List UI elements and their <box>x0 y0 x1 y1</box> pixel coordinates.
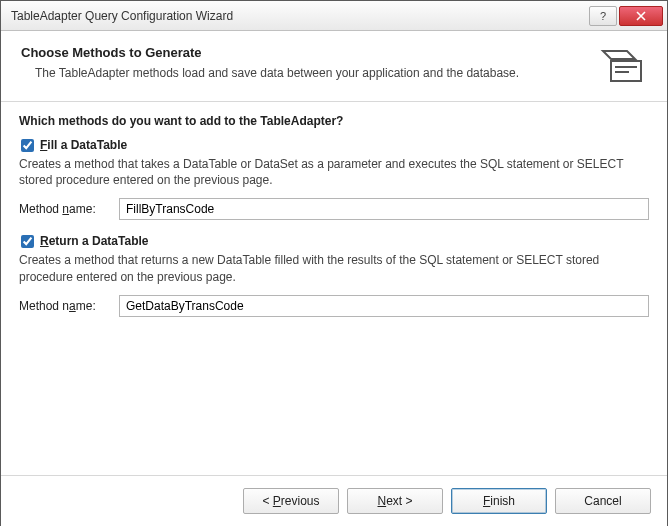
wizard-header: Choose Methods to Generate The TableAdap… <box>1 31 667 102</box>
next-button[interactable]: Next > <box>347 488 443 514</box>
return-method-input[interactable] <box>119 295 649 317</box>
return-option-row: Return a DataTable <box>19 234 649 248</box>
wizard-footer: < Previous Next > Finish Cancel <box>1 475 667 526</box>
return-method-row: Method name: <box>19 295 649 317</box>
fill-label[interactable]: Fill a DataTable <box>40 138 127 152</box>
fill-option-row: Fill a DataTable <box>19 138 649 152</box>
previous-button[interactable]: < Previous <box>243 488 339 514</box>
fill-method-input[interactable] <box>119 198 649 220</box>
close-icon <box>636 11 646 21</box>
return-checkbox[interactable] <box>21 235 34 248</box>
cancel-button[interactable]: Cancel <box>555 488 651 514</box>
fill-method-row: Method name: <box>19 198 649 220</box>
window-title: TableAdapter Query Configuration Wizard <box>11 9 587 23</box>
fill-explain: Creates a method that takes a DataTable … <box>19 156 649 188</box>
wizard-content: Which methods do you want to add to the … <box>1 102 667 343</box>
header-description: The TableAdapter methods load and save d… <box>35 66 599 80</box>
return-method-label: Method name: <box>19 299 119 313</box>
fill-checkbox[interactable] <box>21 139 34 152</box>
header-heading: Choose Methods to Generate <box>21 45 599 60</box>
return-explain: Creates a method that returns a new Data… <box>19 252 649 284</box>
header-icon <box>599 45 647 85</box>
fill-method-label: Method name: <box>19 202 119 216</box>
question-text: Which methods do you want to add to the … <box>19 114 649 128</box>
help-button[interactable]: ? <box>589 6 617 26</box>
close-button[interactable] <box>619 6 663 26</box>
return-label[interactable]: Return a DataTable <box>40 234 148 248</box>
titlebar: TableAdapter Query Configuration Wizard … <box>1 1 667 31</box>
finish-button[interactable]: Finish <box>451 488 547 514</box>
